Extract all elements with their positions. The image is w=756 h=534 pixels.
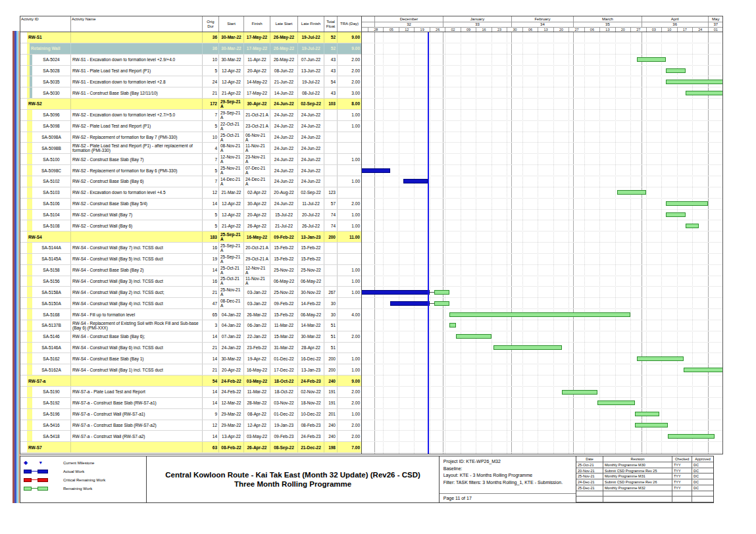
activity-id: SA-5162 <box>32 353 71 364</box>
gantt-bar-remaining <box>686 224 699 228</box>
table-row: SA-5028RW-S1 - Plate Load Test and Repor… <box>20 66 361 77</box>
row-band: SA-5102RW-S2 - Construct Base Slab (Bay … <box>32 176 361 187</box>
revision-cell: 24-Dec-21 <box>576 479 603 485</box>
activity-name: RW-S4 - Replacement of Existing Soil wit… <box>71 320 203 331</box>
activity-name: RW-S4 - Construct Base Slab (Bay 2) <box>71 265 203 276</box>
month-number-cell: 34 <box>511 22 573 27</box>
late-finish-date: 30-Mar-22 <box>298 331 324 342</box>
month-cell: January <box>443 16 511 22</box>
row-band: SA-5168RW-S4 - Fill up to formation leve… <box>32 309 361 320</box>
total-float: 201 <box>324 409 338 420</box>
activity-name: RW-S4 - Construct Wall (Bay 7) incl. TCS… <box>71 243 203 253</box>
activity-id: SA-5028 <box>32 66 71 76</box>
late-finish-date: 15-Feb-22 <box>298 243 324 253</box>
table-row: SA-5137BRW-S4 - Replacement of Existing … <box>20 320 361 331</box>
late-finish-date: 24-Feb-23 <box>298 431 324 441</box>
late-finish-date: 11-Jul-22 <box>298 199 324 209</box>
page-number: Page 11 of 17 <box>443 496 472 500</box>
legend-bar-start <box>24 478 32 482</box>
activity-name: RW-S4 - Construct Wall (Bay 3) incl. TCS… <box>71 276 203 287</box>
week-cell: 06 <box>522 27 538 32</box>
orig-dur: 47 <box>203 298 219 308</box>
table-row: SA-5418RW-S7-a - Construct Wall (RW-S7-a… <box>20 431 361 442</box>
orig-dur: 24 <box>203 76 219 87</box>
activity-name: RW-S4 - Construct Wall (Bay 5) incl. TCS… <box>71 254 203 264</box>
milestone-triangle-icon: ▼ <box>38 460 43 466</box>
start-date: 25-Nov-21 A <box>219 165 244 176</box>
legend-label: Actual Work <box>63 470 84 473</box>
activity-id: RW-S4 <box>27 231 71 242</box>
revision-cell-empty <box>692 497 713 502</box>
orig-dur: 12 <box>203 187 219 198</box>
total-float <box>324 176 338 187</box>
activity-id: SA-5098 <box>32 121 71 132</box>
finish-date: 08-Apr-22 <box>244 409 270 420</box>
activity-name <box>71 43 203 54</box>
orig-dur: 16 <box>203 243 219 253</box>
gantt-row <box>362 320 722 331</box>
legend-item: Actual Work <box>24 467 143 475</box>
legend-bar-end <box>38 478 48 482</box>
finish-date: 12-Apr-22 <box>244 420 270 431</box>
activity-name: RW-S7-a - Plate Load Test and Report <box>71 387 203 397</box>
activity-id: SA-5158 <box>32 265 71 276</box>
late-start-date: 24-Jun-22 <box>270 143 298 153</box>
activity-id: SA-5098C <box>32 165 71 176</box>
late-finish-date: 13-Jan-23 <box>298 231 324 242</box>
row-band: SA-5144ARW-S4 - Construct Wall (Bay 7) i… <box>32 243 361 253</box>
start-date: 29-Mar-22 <box>219 409 244 420</box>
legend-item: Remaining Work <box>24 484 143 493</box>
gantt-row <box>362 55 722 66</box>
finish-date: 20-Apr-22 <box>244 66 270 76</box>
week-cell: 13 <box>538 27 553 32</box>
late-finish-date: 14-Feb-22 <box>298 298 324 308</box>
table-row: SA-5096RW-S2 - Excavation down to format… <box>20 110 361 121</box>
orig-dur: 21 <box>203 343 219 353</box>
row-band: SA-5096RW-S2 - Excavation down to format… <box>32 110 361 120</box>
late-start-date: 26-May-22 <box>270 43 298 54</box>
gantt-row <box>362 431 722 442</box>
table-row: SA-5102RW-S2 - Construct Base Slab (Bay … <box>20 176 361 187</box>
table-row: SA-5416RW-S7-a - Construct Base Slab (RW… <box>20 420 361 431</box>
finish-date: 14-May-22 <box>244 76 270 87</box>
activity-name: RW-S2 - Plate Load Test and Report (P1) <box>71 121 203 132</box>
start-date: 30-Mar-22 <box>219 32 244 43</box>
week-cell: 27 <box>568 27 584 32</box>
gantt-row <box>362 76 722 87</box>
orig-dur: 63 <box>203 442 219 452</box>
late-finish-date: 16-Dec-22 <box>298 353 324 364</box>
gantt-bar-remaining <box>449 312 630 317</box>
activity-id: SA-5104 <box>32 210 71 220</box>
revision-cell: DC <box>692 485 713 491</box>
orig-dur: 36 <box>203 43 219 54</box>
gantt-row <box>362 110 722 121</box>
late-start-date: 15-Feb-22 <box>270 254 298 264</box>
gantt-bar-remaining <box>635 412 659 416</box>
start-date: 29-Sep-21 A <box>219 110 244 120</box>
activity-name: RW-S4 - Construct Wall (Bay 6) incl. TCS… <box>71 343 203 353</box>
late-start-date: 20-Aug-22 <box>270 187 298 198</box>
tra-days <box>338 132 361 143</box>
activity-id: SA-5146A <box>32 343 71 353</box>
week-cell: 20 <box>553 27 568 32</box>
orig-dur: 10 <box>203 55 219 65</box>
late-finish-date: 13-Jun-22 <box>298 66 324 76</box>
total-float <box>324 110 338 120</box>
late-finish-date: 24-Jun-22 <box>298 165 324 176</box>
total-float: 52 <box>324 32 338 43</box>
row-band: SA-5158RW-S4 - Construct Base Slab (Bay … <box>32 265 361 276</box>
total-float: 74 <box>324 220 338 231</box>
activity-name: RW-S2 - Construct Wall (Bay 7) <box>71 210 203 220</box>
late-start-date: 18-Oct-22 <box>270 387 298 397</box>
orig-dur: 172 <box>203 99 219 109</box>
finish-date: 23-Feb-22 <box>244 343 270 353</box>
total-float: 51 <box>324 320 338 331</box>
total-float: 191 <box>324 387 338 397</box>
total-float: 103 <box>324 99 338 109</box>
total-float <box>324 265 338 276</box>
revision-cell: DC <box>692 473 713 479</box>
start-date: 08-Feb-22 <box>219 442 244 452</box>
late-start-date: 19-Jan-23 <box>270 420 298 431</box>
late-finish-date: 28-Apr-22 <box>298 343 324 353</box>
activity-id: SA-5416 <box>32 420 71 431</box>
